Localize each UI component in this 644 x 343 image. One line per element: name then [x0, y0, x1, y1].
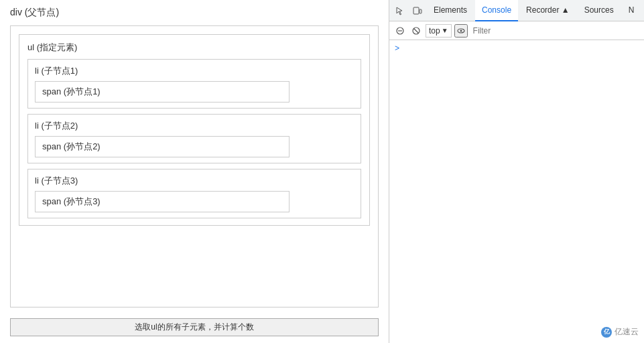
tab-sources[interactable]: Sources: [578, 0, 621, 21]
context-dropdown-icon: ▼: [442, 27, 448, 34]
console-content: >: [389, 40, 644, 343]
devtools-panel: Elements Console Recorder ▲ Sources N to…: [389, 0, 644, 343]
li-item-1: li (子节点1) span (孙节点1): [27, 59, 361, 109]
tab-elements-label: Elements: [434, 5, 467, 15]
left-panel: div (父节点) ul (指定元素) li (子节点1) span (孙节点1…: [0, 0, 389, 343]
tab-recorder[interactable]: Recorder ▲: [519, 0, 576, 21]
tab-sources-label: Sources: [584, 5, 614, 15]
svg-rect-1: [413, 7, 419, 14]
tab-more[interactable]: N: [622, 0, 641, 21]
filter-input[interactable]: [470, 26, 640, 36]
dom-container: ul (指定元素) li (子节点1) span (孙节点1) li (子节点2…: [10, 25, 379, 307]
svg-rect-2: [420, 9, 422, 13]
svg-marker-0: [397, 7, 402, 15]
svg-line-6: [414, 28, 419, 33]
tab-console-label: Console: [482, 5, 511, 15]
eye-icon[interactable]: [454, 24, 468, 38]
context-label: top: [429, 26, 440, 36]
watermark-text: 亿速云: [615, 326, 639, 338]
li-item-3: li (子节点3) span (孙节点3): [27, 169, 361, 218]
devtools-tabs-bar: Elements Console Recorder ▲ Sources N: [389, 0, 644, 21]
tab-console[interactable]: Console: [475, 0, 518, 21]
li-label-3: li (子节点3): [35, 175, 354, 187]
tab-more-label: N: [629, 5, 635, 15]
page-title: div (父节点): [10, 7, 379, 19]
svg-point-8: [460, 29, 462, 31]
li-item-2: li (子节点2) span (孙节点2): [27, 114, 361, 163]
watermark: 亿 亿速云: [601, 326, 639, 338]
tab-elements[interactable]: Elements: [427, 0, 474, 21]
ul-container: ul (指定元素) li (子节点1) span (孙节点1) li (子节点2…: [19, 34, 370, 226]
console-caret: >: [395, 44, 399, 54]
tab-recorder-label: Recorder ▲: [526, 5, 570, 15]
ul-label: ul (指定元素): [27, 42, 361, 54]
select-children-button[interactable]: 选取ul的所有子元素，并计算个数: [10, 318, 379, 336]
span-container-3: span (孙节点3): [35, 191, 289, 212]
li-label-2: li (子节点2): [35, 120, 354, 132]
li-label-1: li (子节点1): [35, 65, 354, 77]
span-container-1: span (孙节点1): [35, 81, 289, 102]
clear-console-icon[interactable]: [393, 24, 407, 38]
span-container-2: span (孙节点2): [35, 136, 289, 157]
context-selector[interactable]: top ▼: [426, 24, 452, 38]
inspect-element-icon[interactable]: [392, 3, 408, 19]
console-toolbar: top ▼: [389, 21, 644, 40]
device-toolbar-icon[interactable]: [409, 3, 426, 19]
watermark-icon: 亿: [601, 327, 612, 338]
block-network-icon[interactable]: [409, 24, 423, 38]
